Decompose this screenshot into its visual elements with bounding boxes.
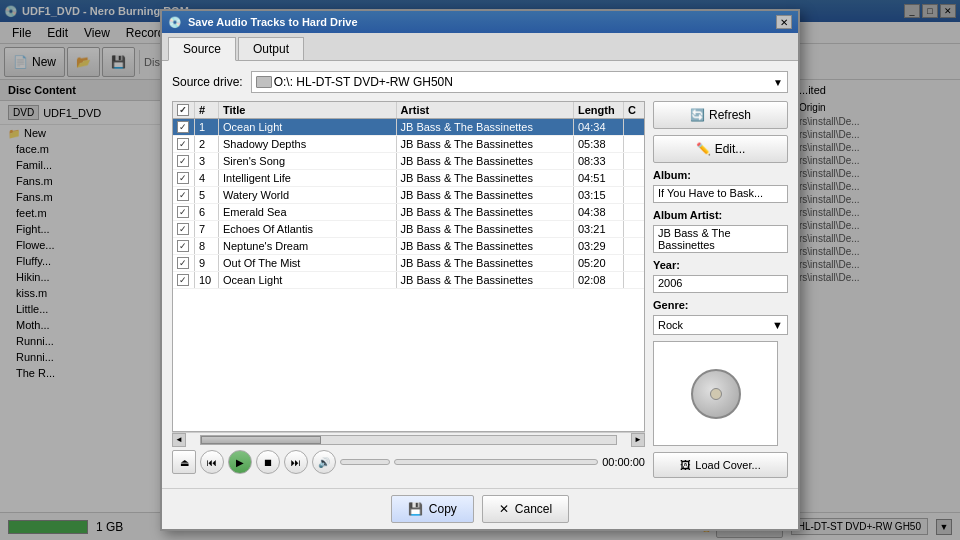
save-audio-dialog: 💿 Save Audio Tracks to Hard Drive ✕ Sour… [160,9,800,531]
track-length: 05:38 [574,136,624,152]
player-controls: ⏏ ⏮ ▶ ⏹ ⏭ 🔊 00:00:00 [172,446,645,478]
time-display: 00:00:00 [602,456,645,468]
track-checkbox-cell [173,238,195,254]
track-checkbox[interactable] [177,223,189,235]
track-artist: JB Bass & The Bassinettes [397,255,575,271]
track-list-header: # Title Artist Length C [173,102,644,119]
track-length: 04:51 [574,170,624,186]
mute-button[interactable]: 🔊 [312,450,336,474]
table-row[interactable]: 5 Watery World JB Bass & The Bassinettes… [173,187,644,204]
year-label: Year: [653,259,788,271]
col-header-length: Length [574,102,624,118]
tab-output[interactable]: Output [238,37,304,60]
album-artist-label: Album Artist: [653,209,788,221]
scroll-right-button[interactable]: ► [631,433,645,447]
table-row[interactable]: 8 Neptune's Dream JB Bass & The Bassinet… [173,238,644,255]
source-drive-select[interactable]: O:\: HL-DT-ST DVD+-RW GH50N ▼ [251,71,788,93]
track-checkbox[interactable] [177,257,189,269]
cd-icon [691,369,741,419]
track-checkbox[interactable] [177,138,189,150]
table-row[interactable]: 10 Ocean Light JB Bass & The Bassinettes… [173,272,644,289]
track-title: Shadowy Depths [219,136,397,152]
dialog-footer: 💾 Copy ✕ Cancel [162,488,798,529]
scroll-track[interactable] [200,435,617,445]
refresh-icon: 🔄 [690,108,705,122]
track-length: 03:15 [574,187,624,203]
track-checkbox[interactable] [177,189,189,201]
load-cover-icon: 🖼 [680,459,691,471]
dialog-body: Source drive: O:\: HL-DT-ST DVD+-RW GH50… [162,61,798,488]
source-drive-row: Source drive: O:\: HL-DT-ST DVD+-RW GH50… [172,71,788,93]
play-button[interactable]: ▶ [228,450,252,474]
genre-row: Rock ▼ [653,315,788,335]
album-label: Album: [653,169,788,181]
stop-button[interactable]: ⏹ [256,450,280,474]
genre-section: Genre: Rock ▼ [653,299,788,335]
track-artist: JB Bass & The Bassinettes [397,119,575,135]
track-copy [624,193,644,197]
track-checkbox[interactable] [177,240,189,252]
track-length: 05:20 [574,255,624,271]
track-number: 1 [195,119,219,135]
scroll-left-button[interactable]: ◄ [172,433,186,447]
track-length: 04:38 [574,204,624,220]
horizontal-scrollbar[interactable]: ◄ ► [172,432,645,446]
load-cover-button[interactable]: 🖼 Load Cover... [653,452,788,478]
track-checkbox[interactable] [177,206,189,218]
track-number: 7 [195,221,219,237]
select-all-checkbox[interactable] [177,104,189,116]
tab-source[interactable]: Source [168,37,236,61]
track-title: Emerald Sea [219,204,397,220]
table-row[interactable]: 4 Intelligent Life JB Bass & The Bassine… [173,170,644,187]
track-copy [624,176,644,180]
track-number: 2 [195,136,219,152]
cover-art-area [653,341,778,446]
album-artist-value: JB Bass & The Bassinettes [653,225,788,253]
right-panel: 🔄 Refresh ✏️ Edit... Album: If You Have … [653,101,788,478]
track-copy [624,210,644,214]
copy-button[interactable]: 💾 Copy [391,495,474,523]
track-artist: JB Bass & The Bassinettes [397,136,575,152]
track-number: 4 [195,170,219,186]
dialog-overlay: 💿 Save Audio Tracks to Hard Drive ✕ Sour… [0,0,960,540]
volume-slider[interactable] [340,459,390,465]
refresh-button[interactable]: 🔄 Refresh [653,101,788,129]
track-copy [624,261,644,265]
track-number: 8 [195,238,219,254]
track-number: 9 [195,255,219,271]
track-checkbox[interactable] [177,155,189,167]
table-row[interactable]: 6 Emerald Sea JB Bass & The Bassinettes … [173,204,644,221]
table-row[interactable]: 1 Ocean Light JB Bass & The Bassinettes … [173,119,644,136]
track-list-area: # Title Artist Length C 1 Ocean Light JB… [172,101,645,478]
genre-label: Genre: [653,299,788,311]
next-button[interactable]: ⏭ [284,450,308,474]
track-copy [624,142,644,146]
genre-select[interactable]: Rock ▼ [653,315,788,335]
eject-button[interactable]: ⏏ [172,450,196,474]
track-checkbox[interactable] [177,121,189,133]
track-title: Ocean Light [219,119,397,135]
track-checkbox-cell [173,221,195,237]
edit-button[interactable]: ✏️ Edit... [653,135,788,163]
table-row[interactable]: 2 Shadowy Depths JB Bass & The Bassinett… [173,136,644,153]
prev-button[interactable]: ⏮ [200,450,224,474]
scroll-thumb[interactable] [201,436,321,444]
track-checkbox-cell [173,255,195,271]
year-value: 2006 [653,275,788,293]
progress-slider[interactable] [394,459,598,465]
track-checkbox[interactable] [177,274,189,286]
cancel-button[interactable]: ✕ Cancel [482,495,569,523]
dialog-close-button[interactable]: ✕ [776,15,792,29]
track-length: 03:21 [574,221,624,237]
dialog-title-bar: 💿 Save Audio Tracks to Hard Drive ✕ [162,11,798,33]
table-row[interactable]: 3 Siren's Song JB Bass & The Bassinettes… [173,153,644,170]
track-artist: JB Bass & The Bassinettes [397,187,575,203]
track-checkbox-cell [173,272,195,288]
track-title: Neptune's Dream [219,238,397,254]
track-checkbox[interactable] [177,172,189,184]
table-row[interactable]: 7 Echoes Of Atlantis JB Bass & The Bassi… [173,221,644,238]
track-length: 02:08 [574,272,624,288]
track-checkbox-cell [173,119,195,135]
col-header-c: C [624,102,644,118]
table-row[interactable]: 9 Out Of The Mist JB Bass & The Bassinet… [173,255,644,272]
